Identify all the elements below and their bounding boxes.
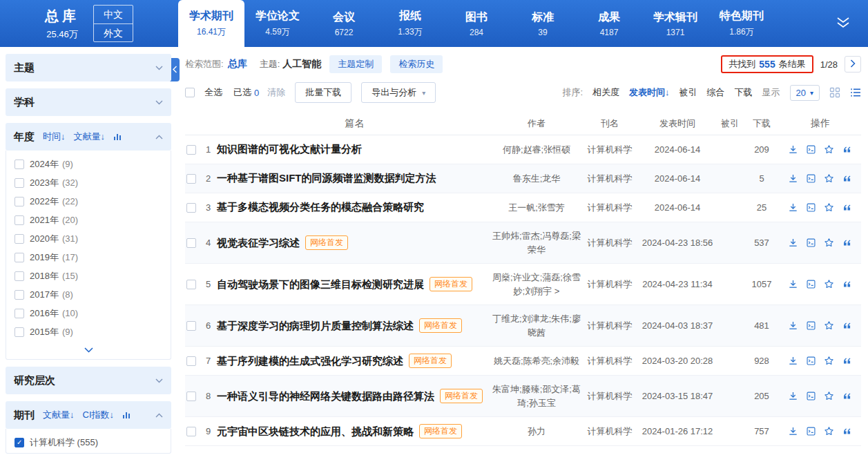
journal-name[interactable]: 计算机科学: [581, 355, 639, 367]
year-filter-item[interactable]: 2018年(15): [6, 267, 171, 285]
checkbox[interactable]: [15, 327, 24, 337]
tab-学术辑刊[interactable]: 学术辑刊1371: [642, 0, 708, 47]
checkbox[interactable]: [15, 160, 24, 169]
cite-icon[interactable]: [842, 356, 853, 367]
favorite-icon[interactable]: [824, 426, 835, 437]
sort-option[interactable]: 被引: [679, 86, 697, 99]
export-analyze-button[interactable]: 导出与分析 ▾: [361, 82, 436, 103]
tab-成果[interactable]: 成果4187: [576, 0, 642, 47]
html-read-icon[interactable]: [806, 391, 817, 402]
search-history-button[interactable]: 检索历史: [390, 55, 443, 73]
favorite-icon[interactable]: [824, 391, 835, 402]
year-filter-item[interactable]: 2020年(31): [6, 229, 171, 248]
download-icon[interactable]: [788, 391, 799, 402]
download-icon[interactable]: [788, 202, 799, 213]
tab-会议[interactable]: 会议6722: [311, 0, 377, 47]
tab-zongku[interactable]: 总库 25.46万 中文外文: [0, 0, 178, 47]
journal-sort-ci-link[interactable]: CI指数↓: [83, 409, 115, 421]
journal-name[interactable]: 计算机科学: [581, 320, 639, 332]
tab-学术期刊[interactable]: 学术期刊16.41万: [178, 0, 244, 47]
row-checkbox[interactable]: [186, 356, 196, 366]
authors[interactable]: 何静;赵睿;张恒硕: [492, 143, 581, 157]
row-checkbox[interactable]: [186, 203, 196, 213]
tab-学位论文[interactable]: 学位论文4.59万: [244, 0, 311, 47]
journal-sort-count-link[interactable]: 文献量↓: [43, 409, 75, 421]
tab-图书[interactable]: 图书284: [443, 0, 510, 47]
lang-option[interactable]: 外文: [94, 23, 133, 41]
page-size-select[interactable]: 20 ▾: [790, 85, 820, 101]
html-read-icon[interactable]: [806, 144, 817, 155]
sidebar-collapse-button[interactable]: [170, 58, 180, 81]
checkbox[interactable]: [15, 253, 24, 262]
favorite-icon[interactable]: [824, 202, 835, 213]
journal-name[interactable]: 计算机科学: [581, 173, 639, 185]
authors[interactable]: 王帅炜;雷杰;冯尊磊;梁荣华: [492, 229, 581, 256]
html-read-icon[interactable]: [806, 238, 817, 249]
row-checkbox[interactable]: [186, 238, 196, 248]
download-icon[interactable]: [788, 173, 799, 184]
sort-option[interactable]: 下载: [735, 86, 753, 99]
next-page-button[interactable]: [845, 56, 861, 73]
article-title-link[interactable]: 一种基于谱图SIFT的同源频谱监测数据判定方法: [217, 172, 436, 184]
sort-option[interactable]: 发表时间↓: [629, 86, 670, 99]
tab-标准[interactable]: 标准39: [510, 0, 576, 47]
checkbox[interactable]: [15, 309, 24, 318]
year-filter-item[interactable]: 2022年(22): [6, 192, 171, 211]
sort-option[interactable]: 综合: [707, 86, 725, 99]
download-icon[interactable]: [788, 279, 799, 290]
journal-name[interactable]: 计算机科学: [581, 144, 639, 156]
article-title-link[interactable]: 基于多模态视频分类任务的模态融合策略研究: [217, 201, 424, 213]
cite-icon[interactable]: [842, 391, 853, 402]
level-group-header[interactable]: 研究层次: [6, 367, 171, 394]
html-read-icon[interactable]: [806, 279, 817, 290]
sort-option[interactable]: 相关度: [592, 86, 619, 99]
favorite-icon[interactable]: [824, 279, 835, 290]
year-sort-time-link[interactable]: 时间↓: [43, 131, 66, 143]
bar-chart-icon[interactable]: [122, 411, 131, 419]
html-read-icon[interactable]: [806, 320, 817, 331]
html-read-icon[interactable]: [806, 173, 817, 184]
download-icon[interactable]: [788, 320, 799, 331]
cite-icon[interactable]: [842, 279, 853, 290]
html-read-icon[interactable]: [806, 426, 817, 437]
select-all-checkbox[interactable]: [185, 88, 195, 97]
favorite-icon[interactable]: [824, 144, 835, 155]
subject-group-header[interactable]: 学科: [6, 88, 171, 116]
year-expand-button[interactable]: [6, 341, 171, 358]
checkbox[interactable]: [15, 178, 24, 188]
authors[interactable]: 朱富坤;滕臻;邵文泽;葛琦;孙玉宝: [492, 383, 581, 409]
authors[interactable]: 孙力: [492, 425, 581, 438]
journal-name[interactable]: 计算机科学: [581, 237, 639, 249]
year-sort-count-link[interactable]: 文献量↓: [74, 131, 106, 143]
journal-name[interactable]: 计算机科学: [581, 390, 639, 403]
checkbox[interactable]: [15, 290, 24, 300]
year-filter-item[interactable]: 2015年(9): [6, 322, 171, 341]
journal-group-header[interactable]: 期刊 文献量↓ CI指数↓: [6, 401, 171, 429]
authors[interactable]: 鲁东生;龙华: [492, 172, 581, 186]
article-title-link[interactable]: 视觉表征学习综述: [217, 237, 300, 249]
favorite-icon[interactable]: [824, 356, 835, 367]
article-title-link[interactable]: 基于序列建模的生成式强化学习研究综述: [217, 355, 403, 367]
journal-name[interactable]: 计算机科学: [581, 425, 639, 438]
journal-name[interactable]: 计算机科学: [581, 278, 639, 291]
row-checkbox[interactable]: [186, 145, 196, 155]
html-read-icon[interactable]: [806, 356, 817, 367]
checkbox[interactable]: [15, 438, 24, 447]
authors[interactable]: 周燊;许业文;蒲磊;徐雪妙;刘翔宇 >: [492, 271, 581, 298]
topic-custom-button[interactable]: 主题定制: [329, 55, 382, 73]
authors[interactable]: 丁维龙;刘津龙;朱伟;廖晓茜: [492, 312, 581, 339]
html-read-icon[interactable]: [806, 202, 817, 213]
row-checkbox[interactable]: [186, 174, 196, 184]
download-icon[interactable]: [788, 238, 799, 249]
favorite-icon[interactable]: [824, 320, 835, 331]
year-group-header[interactable]: 年度 时间↓ 文献量↓: [6, 123, 171, 151]
download-icon[interactable]: [788, 144, 799, 155]
expand-more-button[interactable]: [818, 0, 868, 47]
download-icon[interactable]: [788, 426, 799, 437]
bar-chart-icon[interactable]: [113, 133, 122, 141]
year-filter-item[interactable]: 2017年(8): [6, 285, 171, 304]
article-title-link[interactable]: 自动驾驶场景下的图像三维目标检测研究进展: [217, 278, 424, 290]
cite-icon[interactable]: [842, 426, 853, 437]
tab-特色期刊[interactable]: 特色期刊1.86万: [708, 0, 775, 47]
cite-icon[interactable]: [842, 144, 853, 155]
